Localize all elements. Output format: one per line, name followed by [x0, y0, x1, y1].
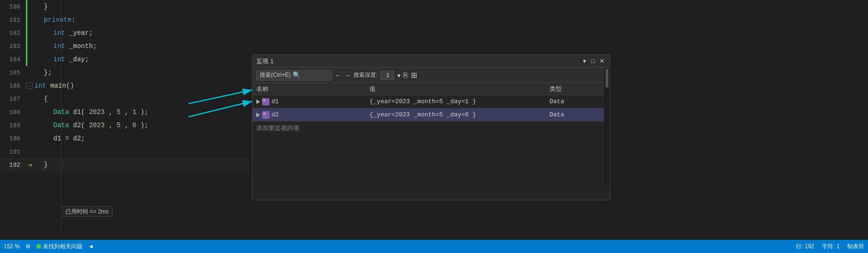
editor-gutter-border [61, 0, 62, 231]
watch-title: 监视 1 [256, 57, 274, 65]
status-bar: 152 % ⚙ 未找到相关问题 ◄ 行: 192 字符: 1 制表符 [0, 240, 868, 253]
watch-column-headers: 名称 值 类型 [253, 83, 610, 95]
expand-d1-icon[interactable] [256, 99, 260, 104]
watch-title-bar: 监视 1 ▾ □ ✕ [253, 55, 610, 68]
watch-cell-value-d2: {_year=2023 _month=5 _day=6 } [369, 111, 549, 118]
col-name-header: 名称 [256, 85, 369, 93]
depth-input[interactable] [380, 71, 394, 80]
code-line-182: 182 int _year; [0, 26, 250, 40]
watch-panel: 监视 1 ▾ □ ✕ 搜索(Ctrl+E) 🔍 ← → 搜索深度: ▾ ⎘ ⊞ … [252, 54, 610, 200]
search-icon[interactable]: 🔍 [293, 71, 301, 79]
elapsed-time: 已用时间 <= 2ms [61, 206, 113, 217]
watch-row-d1[interactable]: d1 {_year=2023 _month=5 _day=1 } Data [253, 95, 610, 108]
expand-d2-icon[interactable] [256, 113, 260, 117]
object-icon-d2 [262, 111, 270, 119]
depth-dropdown-button[interactable]: ▾ [397, 72, 401, 79]
grid-icon-button[interactable]: ⊞ [411, 71, 417, 80]
watch-close-button[interactable]: ✕ [598, 57, 606, 65]
code-line-186: 186 - int main() [0, 79, 250, 92]
col-value-header: 值 [369, 85, 549, 93]
search-back-button[interactable]: ← [335, 72, 341, 79]
code-line-185: 185 }; [0, 66, 250, 79]
watch-controls: ▾ □ ✕ [581, 57, 606, 65]
watch-cell-value-d1: {_year=2023 _month=5 _day=1 } [369, 98, 549, 105]
expand-icon[interactable]: - [26, 82, 33, 89]
status-scroll-bar: ◄ [88, 243, 94, 250]
status-encoding: 制表符 [847, 243, 864, 251]
code-line-191: 191 [0, 145, 250, 158]
watch-search-box[interactable]: 搜索(Ctrl+E) 🔍 [256, 70, 332, 81]
object-icon-d1 [262, 98, 270, 106]
status-zoom: 152 % [4, 243, 20, 250]
watch-body: d1 {_year=2023 _month=5 _day=1 } Data d2… [253, 95, 610, 200]
watch-scrollbar[interactable] [604, 68, 610, 186]
code-line-189: 189 Data d2( 2023 , 5 , 6 ); [0, 119, 250, 132]
code-line-180: 180 } [0, 0, 250, 13]
add-watch-label[interactable]: 添加要监视的项 [256, 124, 299, 132]
status-col: 字符: 1 [822, 243, 840, 251]
status-right: 行: 192 字符: 1 制表符 [796, 243, 864, 251]
code-line-187: 187 { [0, 92, 250, 106]
code-line-192: 192 ⇒ } [0, 158, 250, 171]
code-editor: 180 } 181 private: 182 int _year; 183 in… [0, 0, 250, 231]
search-forward-button[interactable]: → [344, 72, 351, 79]
code-line-181: 181 private: [0, 13, 250, 26]
watch-row-d2[interactable]: d2 {_year=2023 _month=5 _day=6 } Data [253, 108, 610, 122]
copy-icon-button[interactable]: ⎘ [403, 71, 408, 80]
watch-cell-name-d2: d2 [256, 111, 369, 119]
status-dot [36, 244, 41, 249]
col-type-header: 类型 [549, 85, 606, 93]
code-line-183: 183 int _month; [0, 40, 250, 53]
right-panel [610, 0, 868, 231]
watch-cell-type-d2: Data [549, 111, 606, 118]
depth-label: 搜索深度: [353, 71, 377, 79]
watch-cell-name-d1: d1 [256, 98, 369, 106]
add-watch-row[interactable]: 添加要监视的项 [253, 122, 610, 135]
code-line-184: 184 int _day; [0, 53, 250, 66]
status-issues: 未找到相关问题 [36, 243, 82, 251]
watch-restore-button[interactable]: □ [590, 57, 596, 65]
current-line-arrow: ⇒ [28, 160, 33, 170]
watch-toolbar: 搜索(Ctrl+E) 🔍 ← → 搜索深度: ▾ ⎘ ⊞ [253, 68, 610, 83]
status-scroll-icon: ⚙ [25, 243, 31, 250]
status-row: 行: 192 [796, 243, 814, 251]
watch-pin-button[interactable]: ▾ [581, 57, 588, 65]
watch-cell-type-d1: Data [549, 98, 606, 105]
watch-search-label: 搜索(Ctrl+E) [260, 71, 291, 79]
code-line-188: 188 Data d1( 2023 , 5 , 1 ); [0, 106, 250, 119]
code-line-190: 190 d1 = d2; [0, 132, 250, 145]
